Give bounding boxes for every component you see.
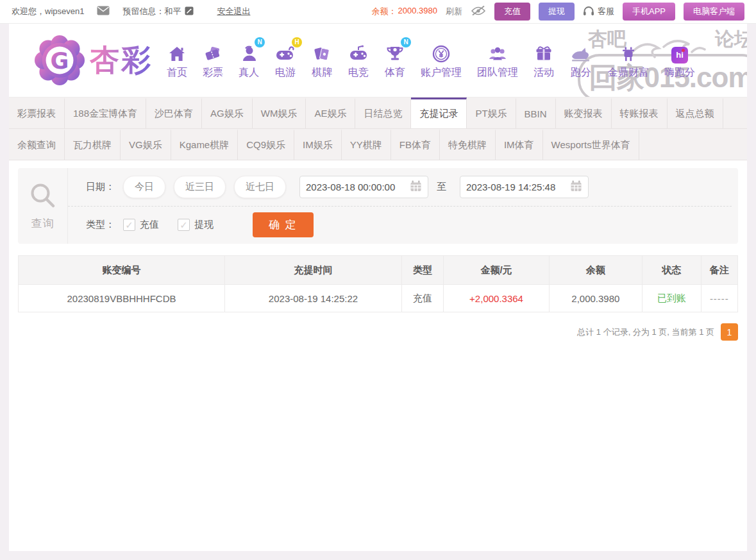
nav-live[interactable]: N 真人: [235, 42, 263, 80]
badge-n: N: [255, 37, 265, 47]
tab-yy-chess[interactable]: YY棋牌: [342, 129, 391, 160]
search-label: 查询: [31, 216, 55, 231]
col-header-balance: 余额: [550, 256, 643, 285]
col-header-id: 账变编号: [19, 256, 225, 285]
nav-sports-label: 体育: [385, 66, 405, 80]
search-icon: [28, 181, 58, 213]
tab-account-change-report[interactable]: 账变报表: [556, 98, 612, 128]
date-from-box[interactable]: [299, 176, 428, 198]
deposit-checkbox-group: ✓ 充值: [123, 219, 159, 231]
tab-row-spacer: [639, 129, 747, 160]
eye-slash-icon[interactable]: [471, 5, 486, 18]
date-from-input[interactable]: [306, 182, 406, 192]
tab-temian-chess[interactable]: 特免棋牌: [440, 129, 496, 160]
ticket-icon: [203, 42, 223, 64]
nav-paofen[interactable]: 跑分: [566, 42, 596, 80]
withdraw-button[interactable]: 提现: [539, 3, 575, 21]
nav-team[interactable]: 团队管理: [473, 42, 522, 80]
quick-7days-button[interactable]: 近七日: [234, 176, 286, 198]
tab-188-sport[interactable]: 188金宝博体育: [65, 98, 146, 128]
tab-wali-chess[interactable]: 瓦力棋牌: [65, 129, 121, 160]
tab-ag-casino[interactable]: AG娱乐: [202, 98, 253, 128]
cell-time: 2023-08-19 14:25:22: [225, 285, 402, 312]
withdraw-checkbox[interactable]: ✓: [178, 219, 190, 231]
nav-home[interactable]: 首页: [163, 42, 191, 80]
tab-transfer-report[interactable]: 转账报表: [612, 98, 668, 128]
logout-link[interactable]: 安全退出: [217, 6, 250, 17]
cell-type: 充值: [402, 285, 444, 312]
tab-saba-sport[interactable]: 沙巴体育: [146, 98, 202, 128]
tab-cq9-casino[interactable]: CQ9娱乐: [238, 129, 294, 160]
badge-n: N: [401, 37, 411, 47]
brand-name: 杏彩: [90, 40, 153, 80]
calendar-icon[interactable]: [570, 180, 582, 194]
quick-3days-button[interactable]: 近三日: [174, 176, 226, 198]
tab-vg-casino[interactable]: VG娱乐: [121, 129, 171, 160]
team-people-icon: [487, 42, 508, 64]
edit-icon[interactable]: [185, 6, 194, 17]
nav-activity-label: 活动: [533, 66, 554, 80]
tab-rebate-total[interactable]: 返点总额: [668, 98, 723, 128]
tab-fb-sport[interactable]: FB体育: [391, 129, 440, 160]
deposit-checkbox[interactable]: ✓: [123, 219, 135, 231]
withdraw-checkbox-label: 提现: [194, 219, 214, 231]
type-label: 类型：: [86, 219, 115, 231]
logo[interactable]: G 杏彩: [35, 35, 153, 85]
date-to-input[interactable]: [466, 182, 566, 192]
nav-account[interactable]: 账户管理: [417, 42, 466, 80]
refresh-link[interactable]: 刷新: [446, 6, 462, 17]
nav-esports[interactable]: 电竞: [344, 42, 373, 80]
tab-im-casino[interactable]: IM娱乐: [294, 129, 342, 160]
nav-chess[interactable]: 棋牌: [308, 42, 336, 80]
tab-balance-query[interactable]: 余额查询: [9, 129, 65, 160]
col-header-remark: 备注: [701, 256, 737, 285]
tab-row-2: 余额查询 瓦力棋牌 VG娱乐 Kgame棋牌 CQ9娱乐 IM娱乐 YY棋牌 F…: [9, 129, 747, 160]
records-table: 账变编号 充提时间 类型 金额/元 余额 状态 备注 20230819VBBHH…: [18, 255, 738, 312]
tab-wm-casino[interactable]: WM娱乐: [253, 98, 307, 128]
tab-bbin[interactable]: BBIN: [516, 98, 556, 128]
esports-gamepad-icon: [348, 42, 369, 64]
nav-hipaofen-label: 嗨跑分: [664, 66, 695, 80]
tab-im-sport[interactable]: IM体育: [496, 129, 543, 160]
cell-id: 20230819VBBHHHFCDB: [19, 285, 225, 312]
col-header-type: 类型: [402, 256, 444, 285]
page-1-button[interactable]: 1: [721, 323, 738, 341]
col-header-status: 状态: [642, 256, 701, 285]
tab-lottery-report[interactable]: 彩票报表: [9, 98, 65, 128]
calendar-icon[interactable]: [410, 180, 422, 194]
nav-jinding[interactable]: 金鼎财富: [604, 42, 653, 80]
tab-deposit-withdraw-records[interactable]: 充提记录: [411, 98, 467, 128]
tab-kgame-chess[interactable]: Kgame棋牌: [171, 129, 239, 160]
hi-app-icon-dot: [682, 49, 685, 52]
nav-hipaofen[interactable]: hi 嗨跑分: [660, 42, 699, 80]
table-header-row: 账变编号 充提时间 类型 金额/元 余额 状态 备注: [19, 256, 738, 285]
mobile-app-button[interactable]: 手机APP: [623, 3, 675, 21]
hi-app-icon: hi: [671, 47, 688, 64]
mail-icon[interactable]: [97, 6, 110, 17]
nav-home-label: 首页: [167, 66, 187, 80]
customer-service[interactable]: 客服: [583, 6, 614, 18]
headset-icon: [583, 6, 594, 18]
badge-h: H: [292, 37, 302, 47]
withdraw-checkbox-group: ✓ 提现: [178, 219, 214, 231]
tab-pt-casino[interactable]: PT娱乐: [467, 98, 516, 128]
confirm-button[interactable]: 确 定: [253, 212, 314, 237]
reserved-info-text: 预留信息：和平: [122, 6, 181, 17]
nav-sports[interactable]: N 体育: [381, 42, 409, 80]
home-icon: [167, 42, 187, 64]
pc-client-button[interactable]: 电脑客户端: [684, 3, 744, 21]
nav-activity[interactable]: 活动: [530, 42, 558, 80]
nav-egames[interactable]: H 电游: [271, 42, 300, 80]
tab-daily-summary[interactable]: 日结总览: [355, 98, 411, 128]
deposit-button[interactable]: 充值: [494, 3, 530, 21]
nav-lottery[interactable]: 彩票: [199, 42, 227, 80]
rhino-logo-icon: [569, 42, 592, 64]
site-header: G 杏彩 首页 彩票 N 真人: [9, 24, 747, 97]
date-to-box[interactable]: [460, 176, 589, 198]
tab-ae-casino[interactable]: AE娱乐: [306, 98, 355, 128]
tab-wesports[interactable]: Wesports世界体育: [543, 129, 639, 160]
query-panel-left: 查询: [18, 168, 68, 244]
tab-row-spacer: [723, 98, 747, 128]
topbar: 欢迎您，wipseven1 预留信息：和平 安全退出 余额： 2000.3980…: [0, 0, 756, 24]
quick-today-button[interactable]: 今日: [123, 176, 165, 198]
